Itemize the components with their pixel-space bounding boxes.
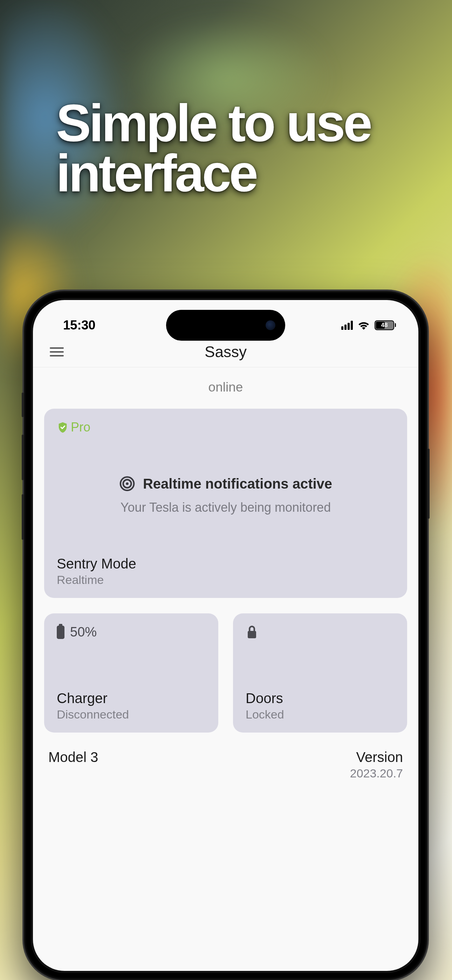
pro-badge: Pro: [57, 420, 395, 434]
svg-point-2: [126, 482, 129, 485]
battery-percent: 50%: [70, 625, 97, 640]
hero-subtitle: Your Tesla is actively being monitored: [121, 500, 331, 515]
charger-card[interactable]: 50% Charger Disconnected: [44, 613, 218, 733]
doors-card-title: Doors: [246, 690, 395, 706]
dynamic-island: [166, 310, 285, 341]
front-camera: [266, 320, 275, 330]
sentry-mode-card[interactable]: Pro Realtime notifications active: [44, 409, 407, 598]
hamburger-menu-icon[interactable]: [50, 347, 64, 356]
app-title: Sassy: [205, 343, 247, 361]
phone-frame: 15:30 48: [24, 291, 428, 980]
volume-down-button: [22, 494, 24, 540]
vehicle-info: Model 3 Version 2023.20.7: [44, 733, 407, 780]
charger-card-title: Charger: [57, 690, 206, 706]
hero-title: Realtime notifications active: [143, 476, 332, 492]
power-button: [428, 449, 430, 519]
shield-check-icon: [57, 421, 69, 433]
battery-indicator: 48: [374, 320, 396, 330]
doors-card[interactable]: Doors Locked: [233, 613, 407, 733]
doors-card-sub: Locked: [246, 708, 395, 721]
silent-switch: [22, 393, 24, 417]
version-value: 2023.20.7: [350, 767, 403, 780]
wifi-icon: [358, 321, 370, 330]
connection-status: online: [44, 368, 407, 409]
status-time: 15:30: [54, 318, 95, 332]
version-label: Version: [350, 749, 403, 765]
volume-up-button: [22, 434, 24, 480]
battery-icon: [57, 626, 64, 639]
app-header: Sassy: [33, 337, 419, 368]
marketing-headline: Simple to use interface: [56, 98, 424, 198]
cellular-signal-icon: [341, 321, 353, 330]
target-icon: [119, 476, 135, 492]
pro-badge-label: Pro: [71, 420, 91, 434]
charger-card-sub: Disconnected: [57, 708, 206, 721]
sentry-card-sub: Realtime: [57, 573, 395, 587]
lock-icon: [246, 625, 258, 639]
sentry-card-title: Sentry Mode: [57, 556, 395, 572]
vehicle-model: Model 3: [48, 749, 98, 780]
svg-rect-3: [248, 631, 256, 638]
